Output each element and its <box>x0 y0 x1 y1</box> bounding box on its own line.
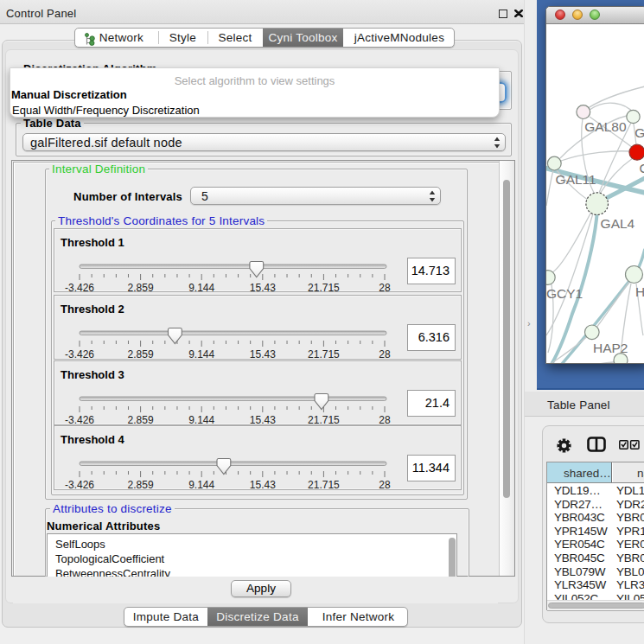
svg-text:21.715: 21.715 <box>308 281 340 293</box>
svg-text:28: 28 <box>379 281 391 293</box>
svg-text:2.859: 2.859 <box>128 281 154 293</box>
svg-text:GAL80: GAL80 <box>584 119 627 134</box>
svg-text:28: 28 <box>379 414 391 426</box>
svg-text:GAL4: GAL4 <box>601 216 635 231</box>
svg-text:9.144: 9.144 <box>188 479 214 491</box>
svg-text:28: 28 <box>379 479 391 491</box>
svg-text:15.43: 15.43 <box>250 479 276 491</box>
svg-text:9.144: 9.144 <box>188 348 214 360</box>
svg-text:9.144: 9.144 <box>188 414 214 426</box>
svg-text:21.715: 21.715 <box>308 414 340 426</box>
svg-text:-3.426: -3.426 <box>65 348 94 360</box>
svg-text:HIS: HIS <box>635 284 644 299</box>
svg-text:GCY1: GCY1 <box>546 286 583 301</box>
svg-text:HAP2: HAP2 <box>593 341 628 355</box>
svg-text:-3.426: -3.426 <box>65 479 94 491</box>
svg-text:15.43: 15.43 <box>250 348 276 360</box>
svg-text:CYC: CYC <box>640 161 644 175</box>
svg-text:GAL11: GAL11 <box>556 172 596 187</box>
svg-text:21.715: 21.715 <box>308 348 340 360</box>
svg-text:-3.426: -3.426 <box>65 281 94 293</box>
svg-text:28: 28 <box>379 348 391 360</box>
svg-text:2.859: 2.859 <box>128 414 154 426</box>
svg-text:-3.426: -3.426 <box>65 414 94 426</box>
svg-text:15.43: 15.43 <box>250 414 276 426</box>
svg-text:15.43: 15.43 <box>250 281 276 293</box>
svg-text:21.715: 21.715 <box>308 479 340 491</box>
svg-text:9.144: 9.144 <box>188 281 214 293</box>
svg-text:2.859: 2.859 <box>128 479 154 491</box>
svg-text:2.859: 2.859 <box>128 348 154 360</box>
svg-text:GAL: GAL <box>634 125 644 140</box>
